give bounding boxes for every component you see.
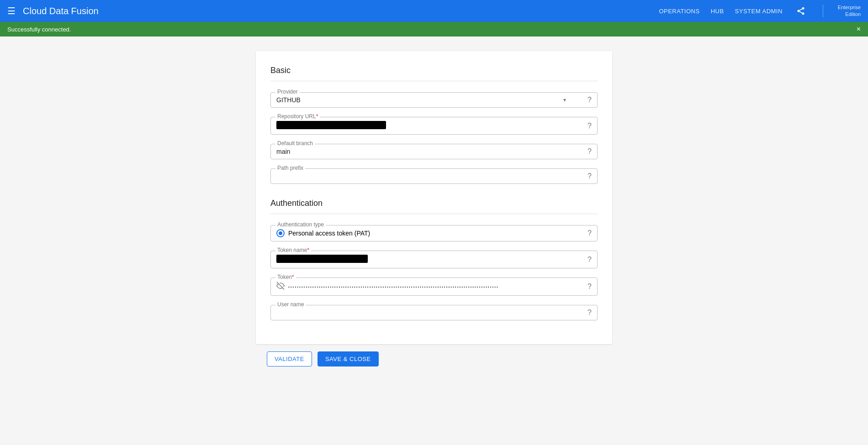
default-branch-field-group: Default branch ? (270, 144, 598, 159)
nav-hub[interactable]: HUB (711, 8, 724, 15)
token-field-wrapper: Token* •••••••••••••••••••••••••••••••••… (270, 277, 598, 296)
path-prefix-help-icon[interactable]: ? (587, 172, 592, 180)
nav-operations[interactable]: OPERATIONS (659, 8, 699, 15)
provider-label: Provider (275, 89, 300, 95)
path-prefix-input[interactable] (276, 173, 579, 180)
user-name-input[interactable] (276, 309, 579, 316)
bottom-actions: VALIDATE SAVE & CLOSE (256, 344, 612, 374)
token-name-field-group: Token name* ? (270, 251, 598, 268)
provider-field-group: Provider GITHUB ▾ ? (270, 92, 598, 108)
header-nav: OPERATIONS HUB SYSTEM ADMIN Enterprise E… (659, 4, 861, 18)
path-prefix-field-group: Path prefix ? (270, 168, 598, 184)
validate-button[interactable]: VALIDATE (267, 351, 312, 366)
svg-line-3 (799, 11, 802, 13)
provider-help-icon[interactable]: ? (587, 96, 592, 104)
default-branch-input[interactable] (276, 148, 579, 155)
repo-url-field-group: Repository URL* ? (270, 117, 598, 135)
dropdown-arrow-icon: ▾ (563, 97, 566, 103)
svg-point-0 (802, 7, 804, 10)
save-close-button[interactable]: SAVE & CLOSE (318, 351, 379, 366)
auth-type-help-icon[interactable]: ? (587, 229, 592, 237)
path-prefix-label: Path prefix (275, 165, 305, 171)
auth-section-title: Authentication (270, 199, 598, 208)
form-card: Basic Provider GITHUB ▾ ? (256, 51, 612, 344)
user-name-field-wrapper: User name ? (270, 305, 598, 320)
default-branch-help-icon[interactable]: ? (587, 147, 592, 156)
auth-type-field-group: Authentication type Personal access toke… (270, 225, 598, 241)
radio-circle-inner (279, 231, 282, 235)
app-title: Cloud Data Fusion (23, 6, 659, 16)
main-content: Basic Provider GITHUB ▾ ? (0, 37, 868, 444)
auth-type-label: Authentication type (275, 221, 326, 228)
auth-type-radio[interactable]: Personal access token (PAT) (276, 229, 579, 237)
success-message: Successfully connected. (7, 26, 71, 33)
svg-line-4 (799, 9, 802, 10)
auth-type-value: Personal access token (PAT) (288, 230, 370, 237)
menu-icon[interactable]: ☰ (7, 5, 16, 16)
user-name-help-icon[interactable]: ? (587, 309, 592, 317)
repo-url-field-wrapper: Repository URL* ? (270, 117, 598, 135)
header-divider (823, 5, 823, 17)
edition-label: Enterprise Edition (838, 4, 861, 18)
banner-close-button[interactable]: × (857, 26, 861, 33)
repo-url-label: Repository URL* (275, 113, 320, 120)
provider-row: GITHUB ▾ (276, 96, 579, 104)
user-name-field-group: User name ? (270, 305, 598, 320)
token-field-group: Token* •••••••••••••••••••••••••••••••••… (270, 277, 598, 296)
share-icon[interactable] (794, 4, 808, 18)
user-name-label: User name (275, 301, 306, 308)
path-prefix-field-wrapper: Path prefix ? (270, 168, 598, 184)
auth-type-field-wrapper: Authentication type Personal access toke… (270, 225, 598, 241)
basic-section-title: Basic (270, 66, 598, 75)
token-name-value (276, 255, 368, 263)
default-branch-field-wrapper: Default branch ? (270, 144, 598, 159)
token-name-field-wrapper: Token name* ? (270, 251, 598, 268)
auth-divider (270, 214, 598, 214)
repo-url-value (276, 121, 386, 129)
token-name-help-icon[interactable]: ? (587, 256, 592, 264)
token-row: ••••••••••••••••••••••••••••••••••••••••… (276, 282, 579, 292)
nav-system-admin[interactable]: SYSTEM ADMIN (735, 8, 783, 15)
token-name-label: Token name* (275, 247, 311, 253)
token-name-required: * (307, 247, 309, 253)
app-header: ☰ Cloud Data Fusion OPERATIONS HUB SYSTE… (0, 0, 868, 22)
svg-point-1 (797, 10, 799, 12)
default-branch-label: Default branch (275, 140, 315, 147)
auth-section: Authentication Authentication type Perso… (270, 199, 598, 320)
repo-url-required: * (316, 113, 318, 120)
token-label: Token* (275, 274, 296, 280)
provider-field-wrapper: Provider GITHUB ▾ ? (270, 92, 598, 108)
success-banner: Successfully connected. × (0, 22, 868, 37)
token-required: * (292, 274, 294, 280)
radio-circle (276, 229, 285, 237)
basic-section: Basic Provider GITHUB ▾ ? (270, 66, 598, 184)
token-help-icon[interactable]: ? (587, 283, 592, 291)
token-dots-value: ••••••••••••••••••••••••••••••••••••••••… (288, 285, 579, 289)
basic-divider (270, 81, 598, 81)
repo-url-help-icon[interactable]: ? (587, 122, 592, 130)
svg-point-2 (802, 12, 804, 15)
eye-slash-icon[interactable] (276, 282, 285, 292)
provider-select[interactable]: GITHUB (276, 96, 563, 104)
